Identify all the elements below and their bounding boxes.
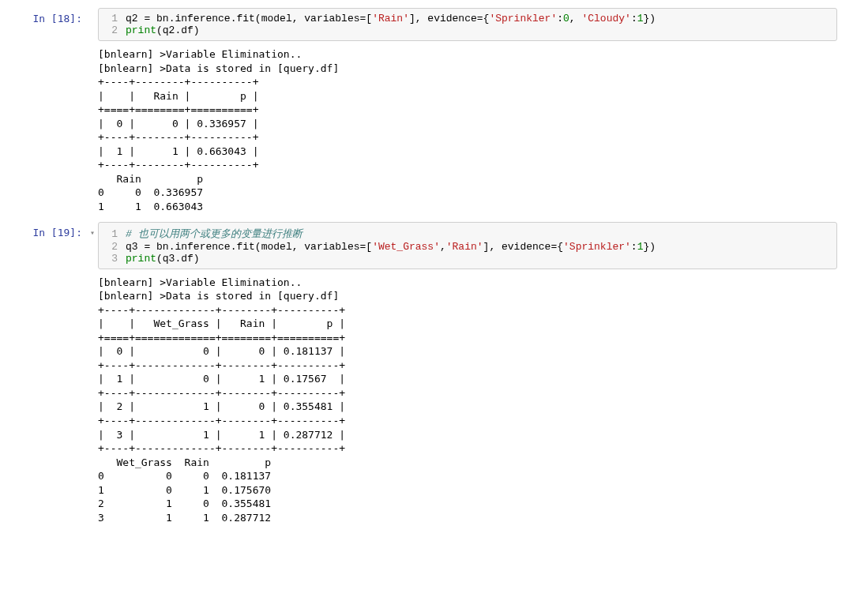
- code-line: 2q3 = bn.inference.fit(model, variables=…: [99, 241, 836, 253]
- cell-output: [bnlearn] >Variable Elimination.. [bnlea…: [98, 272, 837, 533]
- cell-output: [bnlearn] >Variable Elimination.. [bnlea…: [98, 44, 837, 222]
- code-content: q3 = bn.inference.fit(model, variables=[…: [126, 241, 656, 253]
- code-line: 2print(q2.df): [99, 24, 836, 36]
- code-input-area[interactable]: 1# 也可以用两个或更多的变量进行推断2q3 = bn.inference.fi…: [98, 222, 837, 269]
- output-collapser: [87, 44, 98, 222]
- code-line: 3print(q3.df): [99, 253, 836, 265]
- code-content: # 也可以用两个或更多的变量进行推断: [126, 227, 302, 241]
- code-cell: In [19]:▾1# 也可以用两个或更多的变量进行推断2q3 = bn.inf…: [16, 222, 837, 269]
- line-number: 1: [103, 13, 126, 24]
- code-content: print(q3.df): [126, 253, 200, 265]
- input-prompt: In [19]:: [16, 222, 87, 269]
- notebook-container: In [18]:1q2 = bn.inference.fit(model, va…: [16, 8, 837, 532]
- output-collapser: [87, 272, 98, 533]
- line-number: 3: [103, 253, 126, 265]
- input-prompt: In [18]:: [16, 8, 87, 41]
- code-cell: In [18]:1q2 = bn.inference.fit(model, va…: [16, 8, 837, 41]
- output-cell: [bnlearn] >Variable Elimination.. [bnlea…: [16, 44, 837, 222]
- code-content: print(q2.df): [126, 24, 200, 36]
- line-number: 2: [103, 24, 126, 36]
- code-line: 1q2 = bn.inference.fit(model, variables=…: [99, 13, 836, 24]
- output-prompt: [16, 44, 87, 222]
- code-input-area[interactable]: 1q2 = bn.inference.fit(model, variables=…: [98, 8, 837, 41]
- line-number: 2: [103, 241, 126, 253]
- output-cell: [bnlearn] >Variable Elimination.. [bnlea…: [16, 272, 837, 533]
- code-line: 1# 也可以用两个或更多的变量进行推断: [99, 227, 836, 241]
- code-content: q2 = bn.inference.fit(model, variables=[…: [126, 13, 656, 24]
- line-number: 1: [103, 228, 126, 240]
- cell-collapser[interactable]: ▾: [87, 222, 98, 269]
- cell-collapser[interactable]: [87, 8, 98, 41]
- output-prompt: [16, 272, 87, 533]
